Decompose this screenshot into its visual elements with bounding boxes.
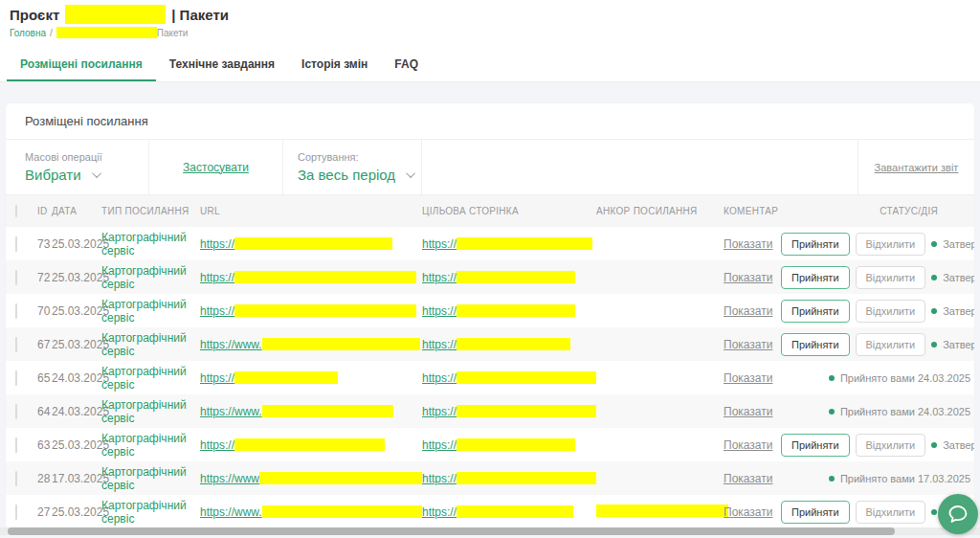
url-link[interactable]: https://www. [200, 505, 262, 519]
table-body: 73 25.03.2025 Картографічний сервіс http… [6, 227, 974, 528]
row-checkbox[interactable] [15, 370, 17, 386]
row-checkbox[interactable] [15, 471, 17, 486]
redacted-url [262, 505, 422, 518]
tab-placed-links[interactable]: Розміщені посилання [7, 48, 156, 81]
chat-button[interactable] [938, 494, 978, 534]
row-id: 73 [37, 237, 52, 251]
table-row: 63 25.03.2025 Картографічний сервіс http… [6, 428, 974, 461]
url-link[interactable]: https://www. [200, 338, 262, 351]
show-comment-link[interactable]: Показати [724, 472, 772, 485]
tab-technical-task[interactable]: Технічне завдання [156, 48, 288, 81]
select-all-checkbox[interactable] [15, 205, 17, 217]
accept-button[interactable]: Прийняти [781, 434, 850, 457]
main-content: Розміщені посилання Масові операції Вибр… [0, 103, 980, 528]
url-link[interactable]: https:// [200, 271, 234, 284]
reject-button[interactable]: Відхилити [856, 434, 926, 457]
show-comment-link[interactable]: Показати [724, 438, 772, 452]
status-text: Затверджено модера [931, 439, 974, 451]
table-row: 73 25.03.2025 Картографічний сервіс http… [6, 227, 974, 260]
status-dot-icon [931, 308, 937, 314]
row-id: 65 [37, 371, 52, 385]
url-link[interactable]: https:// [200, 371, 234, 385]
url-link[interactable]: https:// [200, 237, 234, 251]
row-date: 24.03.2025 [52, 405, 101, 418]
reject-button[interactable]: Відхилити [856, 333, 926, 356]
target-page-link[interactable]: https:// [422, 438, 457, 452]
reject-button[interactable]: Відхилити [856, 266, 926, 289]
page-title: Проєкт| Пакети [10, 5, 229, 24]
reject-button[interactable]: Відхилити [856, 233, 926, 256]
speech-bubble-icon [946, 502, 970, 527]
target-page-link[interactable]: https:// [422, 405, 457, 418]
row-checkbox[interactable] [15, 270, 17, 285]
target-page-link[interactable]: https:// [422, 237, 457, 251]
accept-button[interactable]: Прийняти [781, 501, 850, 524]
redacted-url [262, 338, 420, 350]
target-page-link[interactable]: https:// [422, 472, 457, 485]
row-checkbox[interactable] [15, 404, 17, 419]
link-type: Картографічний сервіс [101, 264, 187, 291]
target-page-link[interactable]: https:// [422, 271, 457, 284]
show-comment-link[interactable]: Показати [724, 338, 772, 351]
tab-faq[interactable]: FAQ [381, 48, 432, 81]
row-date: 25.03.2025 [52, 438, 101, 452]
breadcrumb-home-link[interactable]: Головна [10, 28, 46, 38]
show-comment-link[interactable]: Показати [724, 271, 772, 284]
breadcrumb: Головна / Пакети [0, 24, 980, 38]
row-id: 63 [37, 438, 52, 452]
target-page-link[interactable]: https:// [422, 505, 457, 519]
row-id: 67 [37, 338, 52, 351]
status-text: Затверджено модера [931, 305, 974, 317]
download-report-link[interactable]: Завантажити звіт [875, 162, 959, 173]
redacted-target-page [457, 237, 592, 250]
redacted-url [234, 371, 338, 384]
url-link[interactable]: https:// [200, 304, 234, 318]
show-comment-link[interactable]: Показати [724, 237, 772, 251]
redacted-target-page [457, 472, 596, 484]
link-type: Картографічний сервіс [101, 499, 187, 526]
url-link[interactable]: https://www. [200, 405, 262, 418]
row-checkbox[interactable] [15, 437, 17, 453]
status-dot-icon [931, 442, 937, 448]
target-page-link[interactable]: https:// [422, 371, 457, 385]
sort-period-select[interactable]: За весь період [298, 167, 421, 183]
row-checkbox[interactable] [15, 504, 17, 520]
status-dot-icon [931, 275, 937, 280]
reject-button[interactable]: Відхилити [856, 501, 926, 524]
accept-button[interactable]: Прийняти [781, 266, 850, 289]
table-row: 70 25.03.2025 Картографічний сервіс http… [6, 294, 974, 327]
status-text: Затверджено модера [931, 339, 974, 350]
show-comment-link[interactable]: Показати [724, 371, 772, 385]
header-id: ID [37, 206, 52, 216]
redacted-project-name [65, 5, 166, 24]
url-link[interactable]: https://www [200, 472, 259, 485]
url-link[interactable]: https:// [200, 438, 234, 452]
reject-button[interactable]: Відхилити [856, 300, 926, 323]
scrollbar-thumb[interactable] [8, 527, 895, 535]
show-comment-link[interactable]: Показати [724, 405, 772, 418]
sort-period-value: За весь період [298, 167, 395, 183]
bulk-operations-select[interactable]: Вибрати [25, 167, 148, 183]
row-checkbox[interactable] [15, 303, 17, 319]
accept-button[interactable]: Прийняти [781, 233, 850, 256]
apply-link[interactable]: Застосувати [183, 161, 249, 174]
accept-button[interactable]: Прийняти [781, 300, 850, 323]
accept-button[interactable]: Прийняти [781, 333, 850, 356]
placed-links-panel: Розміщені посилання Масові операції Вибр… [6, 103, 974, 528]
row-checkbox[interactable] [15, 337, 17, 352]
row-date: 25.03.2025 [52, 237, 101, 251]
status-dot-icon [931, 342, 937, 347]
tab-change-history[interactable]: Історія змін [288, 48, 381, 81]
chevron-down-icon [92, 168, 101, 178]
horizontal-scrollbar[interactable] [0, 527, 980, 535]
target-page-link[interactable]: https:// [422, 304, 457, 318]
status-text: Прийнято вами 17.03.2025 [829, 473, 974, 484]
chevron-down-icon [406, 168, 415, 178]
sort-label: Сортування: [298, 151, 421, 163]
row-id: 28 [37, 472, 52, 485]
row-date: 25.03.2025 [52, 505, 101, 519]
show-comment-link[interactable]: Показати [724, 304, 772, 318]
target-page-link[interactable]: https:// [422, 338, 457, 351]
show-comment-link[interactable]: Показати [724, 505, 772, 519]
row-checkbox[interactable] [15, 236, 17, 252]
